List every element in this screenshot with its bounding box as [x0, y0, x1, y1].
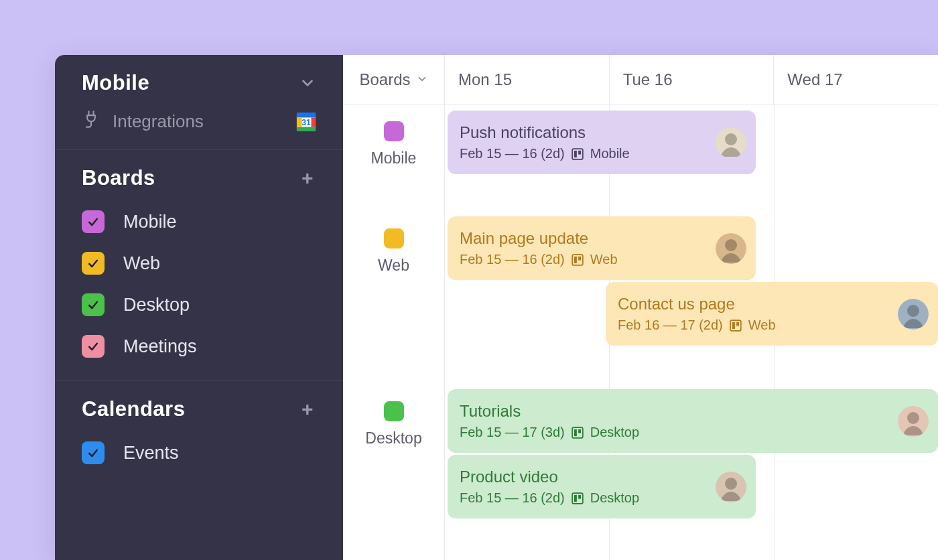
sidebar-board-item[interactable]: Web [55, 242, 343, 284]
svg-rect-17 [732, 322, 735, 328]
board-icon [572, 492, 584, 504]
checkbox-icon[interactable] [82, 252, 105, 275]
svg-rect-26 [572, 493, 583, 504]
svg-rect-8 [578, 150, 581, 154]
svg-rect-18 [736, 322, 739, 326]
sidebar-board-item[interactable]: Meetings [55, 326, 343, 367]
svg-rect-28 [578, 494, 581, 498]
day-column-header: Mon 15 [445, 55, 610, 104]
calendars-header[interactable]: Calendars + [55, 381, 343, 429]
calendars-list: Events [55, 429, 343, 487]
svg-rect-11 [572, 255, 583, 265]
svg-rect-23 [578, 429, 581, 433]
svg-rect-12 [574, 256, 577, 263]
card-board: Web [590, 252, 618, 267]
svg-rect-22 [574, 429, 577, 435]
plug-icon [82, 110, 100, 133]
card-text: TutorialsFeb 15 — 17 (3d)Desktop [460, 402, 639, 440]
sidebar-board-item[interactable]: Desktop [55, 284, 343, 326]
calendars-section: Calendars + Events [55, 381, 343, 487]
app-window: Mobile Integrations 31 Boards + Mobile [55, 55, 938, 560]
avatar[interactable] [898, 299, 929, 330]
project-header[interactable]: Mobile [55, 55, 343, 103]
timeline-card[interactable]: Push notificationsFeb 15 — 16 (2d)Mobile [448, 111, 756, 174]
row-label-text: Desktop [365, 429, 421, 447]
card-title: Push notifications [460, 123, 630, 142]
card-board: Desktop [590, 425, 639, 440]
board-swatch-icon [384, 121, 404, 141]
day-label: Tue 16 [623, 70, 673, 89]
card-text: Push notificationsFeb 15 — 16 (2d)Mobile [460, 123, 630, 161]
board-icon [572, 427, 584, 439]
timeline-card[interactable]: TutorialsFeb 15 — 17 (3d)Desktop [448, 389, 938, 453]
card-date: Feb 15 — 16 (2d) [460, 252, 565, 267]
timeline-grid[interactable]: Push notificationsFeb 15 — 16 (2d)Mobile… [445, 105, 938, 560]
row-label-text: Mobile [371, 149, 417, 167]
row-label: Web [343, 212, 444, 385]
sidebar-board-item[interactable]: Mobile [55, 201, 343, 242]
timeline-card[interactable]: Product videoFeb 15 — 16 (2d)Desktop [448, 455, 756, 518]
calendar-item-label: Events [123, 443, 179, 464]
card-meta: Feb 16 — 17 (2d)Web [618, 318, 776, 333]
board-item-label: Meetings [123, 336, 197, 357]
card-meta: Feb 15 — 16 (2d)Web [460, 252, 618, 267]
board-swatch-icon [384, 401, 404, 421]
svg-rect-21 [572, 427, 583, 438]
integrations-row[interactable]: Integrations 31 [55, 103, 343, 149]
sidebar-calendar-item[interactable]: Events [55, 432, 343, 474]
boards-title: Boards [82, 166, 155, 190]
row-labels-column: MobileWebDesktop [343, 105, 445, 560]
avatar[interactable] [716, 233, 746, 264]
svg-rect-2 [297, 127, 316, 131]
project-title: Mobile [82, 71, 149, 95]
sidebar: Mobile Integrations 31 Boards + Mobile [55, 55, 343, 560]
card-meta: Feb 15 — 17 (3d)Desktop [460, 425, 639, 440]
calendars-title: Calendars [82, 397, 185, 421]
day-column-header: Tue 16 [610, 55, 775, 104]
card-title: Contact us page [618, 295, 776, 313]
boards-dropdown[interactable]: Boards [343, 55, 445, 104]
card-date: Feb 15 — 16 (2d) [460, 146, 565, 161]
svg-rect-4 [312, 117, 316, 127]
svg-point-10 [725, 133, 737, 145]
svg-rect-13 [578, 256, 581, 260]
card-meta: Feb 15 — 16 (2d)Desktop [460, 490, 639, 506]
row-label-text: Web [378, 257, 409, 275]
day-label: Wed 17 [787, 70, 842, 89]
avatar[interactable] [716, 472, 746, 502]
card-meta: Feb 15 — 16 (2d)Mobile [460, 146, 630, 161]
boards-header[interactable]: Boards + [55, 150, 343, 198]
avatar[interactable] [898, 406, 929, 437]
timeline-card[interactable]: Main page updateFeb 15 — 16 (2d)Web [448, 216, 756, 280]
timeline-header: Boards Mon 15Tue 16Wed 17 [343, 55, 938, 105]
timeline-body: MobileWebDesktop Push notificationsFeb 1… [343, 105, 938, 560]
chevron-down-icon [416, 70, 428, 89]
card-text: Contact us pageFeb 16 — 17 (2d)Web [618, 295, 776, 333]
card-title: Main page update [460, 229, 618, 248]
checkbox-icon[interactable] [82, 335, 105, 358]
checkbox-icon[interactable] [82, 293, 105, 316]
google-calendar-icon: 31 [296, 112, 316, 132]
avatar[interactable] [716, 127, 746, 158]
svg-rect-6 [572, 149, 583, 159]
card-date: Feb 16 — 17 (2d) [618, 318, 723, 333]
card-date: Feb 15 — 16 (2d) [460, 490, 565, 506]
checkbox-icon[interactable] [82, 441, 105, 464]
checkbox-icon[interactable] [82, 210, 105, 233]
day-columns-header: Mon 15Tue 16Wed 17 [445, 55, 938, 104]
project-section: Mobile Integrations 31 [55, 55, 343, 150]
board-item-label: Web [123, 253, 160, 274]
board-item-label: Desktop [123, 295, 190, 316]
svg-text:31: 31 [302, 117, 311, 127]
svg-rect-7 [574, 150, 577, 157]
svg-point-25 [907, 412, 919, 424]
timeline-card[interactable]: Contact us pageFeb 16 — 17 (2d)Web [606, 282, 938, 346]
add-calendar-icon[interactable]: + [299, 401, 316, 418]
board-icon [572, 254, 584, 266]
row-label: Desktop [343, 385, 444, 546]
card-board: Web [748, 318, 776, 333]
timeline-main: Boards Mon 15Tue 16Wed 17 MobileWebDeskt… [343, 55, 938, 560]
svg-rect-1 [297, 112, 316, 117]
card-text: Product videoFeb 15 — 16 (2d)Desktop [460, 468, 639, 506]
add-board-icon[interactable]: + [299, 169, 316, 187]
